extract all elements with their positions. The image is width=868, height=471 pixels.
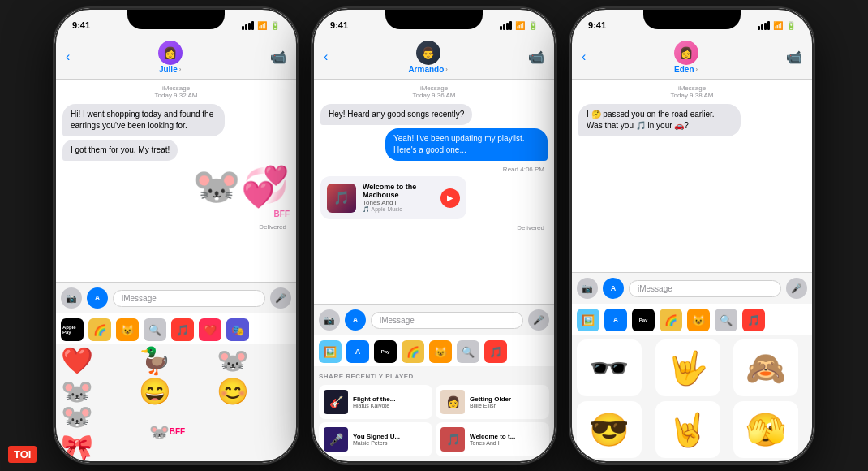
signal-bars-3 <box>758 21 770 30</box>
play-button-1[interactable]: ▶ <box>440 188 460 208</box>
music-title-1: Welcome to the Madhouse <box>363 183 434 199</box>
apps-button-3[interactable]: A <box>603 278 624 299</box>
sticker-item-3[interactable]: 🐭😊 <box>217 349 273 402</box>
bar1 <box>242 26 244 30</box>
contact-name-1[interactable]: Julie › <box>159 65 181 74</box>
share-thumb-4: 🎵 <box>440 427 465 452</box>
sticker-item-1[interactable]: ❤️🐭 <box>61 349 118 402</box>
share-song-1: Flight of the... <box>353 395 395 403</box>
share-item-3[interactable]: 🎤 You Signed U... Maisie Peters <box>319 422 432 456</box>
msg-row-2: I got them for you. My treat! <box>62 140 290 161</box>
sticker-item-2[interactable]: 🦆😄 <box>139 349 196 402</box>
status-time-1: 9:41 <box>72 20 90 30</box>
battery-icon-3: 🔋 <box>786 21 796 30</box>
app-emoji-6[interactable]: 😺 <box>687 309 710 331</box>
app-store-3[interactable]: A <box>604 309 627 331</box>
share-section-1: SHARE RECENTLY PLAYED 🎸 Flight of the...… <box>312 366 556 463</box>
app-icons-row-1: Apple Pay 🌈 😺 🔍 🎵 ❤️ 🎭 <box>54 313 298 344</box>
bff-label: BFF <box>274 210 290 218</box>
video-button-1[interactable]: 📹 <box>270 50 286 65</box>
memoji-item-3[interactable]: 🙈 <box>733 339 798 396</box>
share-title-1: SHARE RECENTLY PLAYED <box>319 373 549 380</box>
camera-button-2[interactable]: 📷 <box>319 309 340 331</box>
music-source-1: 🎵 Apple Music <box>363 206 434 213</box>
status-time-2: 9:41 <box>330 20 348 30</box>
phones-container: 9:41 📶 🔋 ‹ <box>54 8 814 463</box>
messages-2: iMessageToday 9:36 AM Hey! Heard any goo… <box>312 80 556 304</box>
share-item-2[interactable]: 👩 Getting Older Billie Eilish <box>436 385 549 419</box>
share-info-2: Getting Older Billie Eilish <box>470 395 511 408</box>
wifi-icon-2: 📶 <box>515 21 525 30</box>
contact-name-2[interactable]: Armando › <box>408 65 448 74</box>
avatar-3: 👩 <box>674 41 698 65</box>
bar4 <box>251 21 254 30</box>
app-music-3[interactable]: 🎵 <box>742 309 765 331</box>
mic-button-3[interactable]: 🎤 <box>786 278 807 299</box>
status-time-3: 9:41 <box>588 20 606 30</box>
app-pay-1[interactable]: Apple Pay <box>61 318 84 341</box>
avatar-1: 👩 <box>158 41 183 65</box>
msg-row-music: 🎵 Welcome to the Madhouse Tones And I 🎵 … <box>320 176 548 219</box>
app-emoji-1[interactable]: 🌈 <box>88 318 111 341</box>
app-emoji-4[interactable]: 😺 <box>429 340 452 363</box>
camera-button-3[interactable]: 📷 <box>577 278 598 299</box>
memoji-item-4[interactable]: 😎 <box>577 401 642 458</box>
app-search-3[interactable]: 🔍 <box>715 309 737 331</box>
mic-button-2[interactable]: 🎤 <box>528 309 549 331</box>
input-bar-1: 📷 A iMessage 🎤 <box>54 282 298 313</box>
contact-name-3[interactable]: Eden › <box>674 65 698 74</box>
app-store-2[interactable]: A <box>346 340 369 363</box>
music-card-1[interactable]: 🎵 Welcome to the Madhouse Tones And I 🎵 … <box>320 176 466 219</box>
notch-1 <box>127 8 225 29</box>
chevron-right-icon-3: › <box>696 66 698 73</box>
message-input-2[interactable]: iMessage <box>371 312 523 329</box>
app-pay-2[interactable]: Pay <box>374 340 397 363</box>
mic-button-1[interactable]: 🎤 <box>270 287 291 309</box>
messages-3: iMessageToday 9:38 AM I 🤔 passed you on … <box>570 80 814 272</box>
input-bar-3: 📷 A iMessage 🎤 <box>570 272 814 304</box>
nav-bar-2: ‹ 👨 Armando › 📹 <box>312 37 556 80</box>
memoji-item-6[interactable]: 🫣 <box>733 401 798 458</box>
app-heart-1[interactable]: ❤️ <box>199 318 221 341</box>
sticker-item-5[interactable]: 🐭BFF <box>139 405 196 458</box>
sticker-item-4[interactable]: 🐭🎀 <box>61 405 118 458</box>
app-emoji-5[interactable]: 🌈 <box>660 309 682 331</box>
app-icons-row-3: 🖼️ A Pay 🌈 😺 🔍 🎵 <box>570 304 814 335</box>
share-item-4[interactable]: 🎵 Welcome to t... Tones And I <box>436 422 549 456</box>
message-input-1[interactable]: iMessage <box>113 290 265 307</box>
apps-button-2[interactable]: A <box>345 309 366 331</box>
wifi-icon-1: 📶 <box>257 21 267 30</box>
phone-julie: 9:41 📶 🔋 ‹ <box>54 8 298 463</box>
share-item-1[interactable]: 🎸 Flight of the... Hiatus Kaiyote <box>319 385 432 419</box>
nav-bar-3: ‹ 👩 Eden › 📹 <box>570 37 814 80</box>
msg-row-3: Hey! Heard any good songs recently? <box>320 104 548 125</box>
video-button-2[interactable]: 📹 <box>528 50 544 65</box>
app-music-2[interactable]: 🎵 <box>484 340 507 363</box>
apps-button-1[interactable]: A <box>87 287 108 309</box>
app-search-2[interactable]: 🔍 <box>457 340 479 363</box>
sticker-1: 🐭💞 <box>192 164 290 210</box>
share-song-4: Welcome to t... <box>470 433 515 440</box>
status-icons-3: 📶 🔋 <box>758 21 796 30</box>
app-music-1[interactable]: 🎵 <box>171 318 194 341</box>
toi-badge: TOI <box>8 446 37 463</box>
delivered-1: Delivered <box>62 223 290 231</box>
video-button-3[interactable]: 📹 <box>786 50 802 65</box>
signal-bars-1 <box>242 21 254 30</box>
app-emoji-3[interactable]: 🌈 <box>402 340 424 363</box>
camera-button-1[interactable]: 📷 <box>61 287 82 309</box>
bubble-4: Yeah! I've been updating my playlist. He… <box>385 128 548 161</box>
share-grid-1: 🎸 Flight of the... Hiatus Kaiyote 👩 Gett… <box>319 385 549 456</box>
memoji-item-1[interactable]: 🕶️ <box>577 339 642 396</box>
wifi-icon-3: 📶 <box>773 21 783 30</box>
app-extra-1[interactable]: 🎭 <box>226 318 249 341</box>
message-input-3[interactable]: iMessage <box>629 280 781 297</box>
app-photos-2[interactable]: 🖼️ <box>319 340 342 363</box>
app-pay-3[interactable]: Pay <box>632 309 655 331</box>
app-search-1[interactable]: 🔍 <box>144 318 166 341</box>
app-emoji-2[interactable]: 😺 <box>116 318 139 341</box>
app-photos-3[interactable]: 🖼️ <box>577 309 599 331</box>
memoji-item-2[interactable]: 🤟 <box>655 339 720 396</box>
music-artist-1: Tones And I <box>363 199 434 206</box>
memoji-item-5[interactable]: 🤘 <box>655 401 720 458</box>
